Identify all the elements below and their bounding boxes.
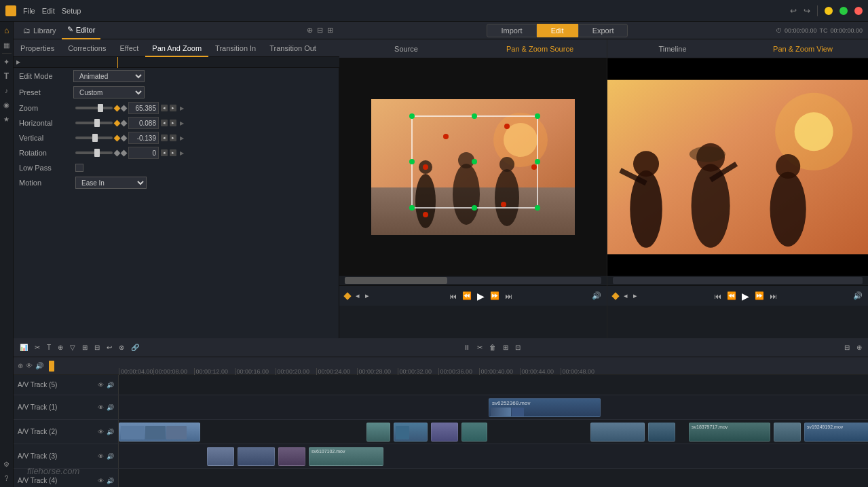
sidebar-settings-icon[interactable]: ⚙ <box>1 458 13 470</box>
tab-properties[interactable]: Properties <box>14 39 61 57</box>
right-play-btn[interactable]: ▶ <box>742 291 749 302</box>
panel-action-1[interactable]: ⊕ <box>305 26 315 35</box>
preset-select[interactable]: Custom <box>73 86 145 98</box>
sidebar-sticker-icon[interactable]: ★ <box>1 113 13 125</box>
vert-expand[interactable]: ▶ <box>178 134 185 141</box>
track-2-clip-5[interactable] <box>461 422 487 441</box>
horiz-arrow-right[interactable]: ▸ <box>170 120 176 126</box>
track-2-volume[interactable]: 🔊 <box>107 429 114 435</box>
track-2-clip-1[interactable] <box>119 422 200 441</box>
track-3-eye[interactable]: 👁 <box>98 453 104 460</box>
track-4-eye[interactable]: 👁 <box>98 477 104 484</box>
tab-effect[interactable]: Effect <box>113 39 145 57</box>
zoom-expand[interactable]: ▶ <box>178 105 185 111</box>
tl-tool-5[interactable]: ▽ <box>68 343 77 352</box>
tl-tool-2[interactable]: ✂ <box>33 343 42 352</box>
tl-tool-8[interactable]: ↩ <box>105 343 114 352</box>
right-step-fwd[interactable]: ⏩ <box>755 291 764 300</box>
edit-button[interactable]: Edit <box>537 24 578 37</box>
zoom-arrow-right[interactable]: ▸ <box>170 105 176 111</box>
rot-arrow-right[interactable]: ▸ <box>170 149 176 156</box>
tl-tool-9[interactable]: ⊗ <box>117 343 126 352</box>
right-next-frame[interactable]: ▸ <box>633 291 637 300</box>
menu-file[interactable]: File <box>23 7 35 15</box>
edit-mode-select[interactable]: Animated <box>73 70 145 82</box>
tl-header-volume[interactable]: 🔊 <box>35 362 43 369</box>
horiz-diamond-1[interactable] <box>114 120 121 126</box>
right-prev-frame[interactable]: ◂ <box>624 291 628 300</box>
track-3-volume[interactable]: 🔊 <box>107 453 114 460</box>
maximize-btn[interactable] <box>839 7 848 15</box>
rot-diamond-2[interactable] <box>121 149 128 156</box>
source-step-back[interactable]: ⏪ <box>462 291 472 300</box>
vertical-value[interactable] <box>128 132 159 144</box>
source-play-btn[interactable]: ▶ <box>477 291 485 302</box>
track-1-eye[interactable]: 👁 <box>98 404 104 411</box>
track-1-volume[interactable]: 🔊 <box>107 404 114 411</box>
undo-btn[interactable]: ↩ <box>790 6 797 16</box>
source-step-fwd[interactable]: ⏩ <box>490 291 499 300</box>
source-volume[interactable]: 🔊 <box>592 291 601 300</box>
export-button[interactable]: Export <box>578 24 628 37</box>
sidebar-title-icon[interactable]: T <box>1 70 13 82</box>
vert-arrow-right[interactable]: ▸ <box>170 134 176 141</box>
track-3-clip-1[interactable] <box>207 447 234 466</box>
rot-expand[interactable]: ▶ <box>178 149 185 156</box>
track-1-clip-1[interactable]: sv6252368.mov <box>489 398 601 417</box>
tl-zoom-in[interactable]: ⊕ <box>854 343 864 352</box>
rot-arrow-left[interactable]: ◂ <box>161 149 168 156</box>
horiz-diamond-2[interactable] <box>121 120 128 126</box>
tab-transition-out[interactable]: Transition Out <box>263 39 323 57</box>
rotation-slider-thumb[interactable] <box>94 149 100 157</box>
tl-tool-1[interactable]: 📊 <box>18 343 30 352</box>
track-2-clip-6[interactable] <box>590 422 645 441</box>
scrubber-expand[interactable]: ▶ <box>16 59 20 65</box>
panel-action-3[interactable]: ⊞ <box>325 26 335 35</box>
source-prev-keyframe[interactable]: ◂ <box>356 291 360 300</box>
zoom-arrow-left[interactable]: ◂ <box>161 105 168 111</box>
tl-delete[interactable]: 🗑 <box>487 343 498 352</box>
track-3-clip-sv61[interactable]: sv6107102.mov <box>309 447 383 466</box>
minimize-btn[interactable] <box>825 7 833 15</box>
import-button[interactable]: Import <box>487 24 536 37</box>
menu-edit[interactable]: Edit <box>42 7 55 15</box>
right-diamond-btn[interactable] <box>611 292 619 300</box>
track-2-clip-sv19[interactable]: sv19249192.mov <box>804 422 868 441</box>
track-2-clip-8[interactable] <box>774 422 801 441</box>
sidebar-help-icon[interactable]: ? <box>1 472 13 484</box>
tab-library[interactable]: 🗂 Library <box>18 22 62 39</box>
vert-diamond-2[interactable] <box>121 134 128 141</box>
track-2-clip-4[interactable] <box>431 422 458 441</box>
horiz-expand[interactable]: ▶ <box>178 120 185 126</box>
tab-pan-zoom[interactable]: Pan And Zoom <box>145 39 208 57</box>
track-3-clip-2[interactable] <box>238 447 275 466</box>
right-play-end[interactable]: ⏭ <box>770 292 777 300</box>
tl-zoom-out[interactable]: ⊟ <box>842 343 852 352</box>
sidebar-effects-icon[interactable]: ✦ <box>1 56 13 68</box>
sidebar-home-icon[interactable]: ⌂ <box>1 24 13 37</box>
rotation-value[interactable] <box>128 147 159 159</box>
track-2-clip-2[interactable] <box>366 422 390 441</box>
source-next-keyframe[interactable]: ▸ <box>365 291 369 300</box>
source-diamond-btn[interactable] <box>343 292 351 300</box>
sidebar-color-icon[interactable]: ◉ <box>1 98 13 111</box>
close-btn[interactable] <box>854 7 863 15</box>
tl-tool-10[interactable]: 🔗 <box>129 343 141 352</box>
tl-playhead-handle[interactable] <box>49 361 54 372</box>
track-2-clip-3[interactable] <box>394 422 428 441</box>
zoom-value[interactable]: 65.385 <box>128 102 159 114</box>
tl-tool-6[interactable]: ⊞ <box>80 343 90 352</box>
track-5-volume[interactable]: 🔊 <box>107 382 114 389</box>
redo-btn[interactable]: ↪ <box>804 6 810 16</box>
source-play-end[interactable]: ⏭ <box>505 292 512 300</box>
zoom-diamond-1[interactable] <box>114 105 121 111</box>
vert-diamond-1[interactable] <box>114 134 121 141</box>
source-play-start[interactable]: ⏮ <box>449 292 457 300</box>
low-pass-checkbox[interactable] <box>75 164 83 172</box>
sidebar-audio-icon[interactable]: ♪ <box>1 84 13 96</box>
track-2-clip-sv18[interactable]: sv18379717.mov <box>689 422 770 441</box>
horiz-arrow-left[interactable]: ◂ <box>161 120 168 126</box>
right-play-start[interactable]: ⏮ <box>714 292 721 300</box>
panel-action-2[interactable]: ⊟ <box>315 26 325 35</box>
vertical-slider-thumb[interactable] <box>92 134 98 142</box>
